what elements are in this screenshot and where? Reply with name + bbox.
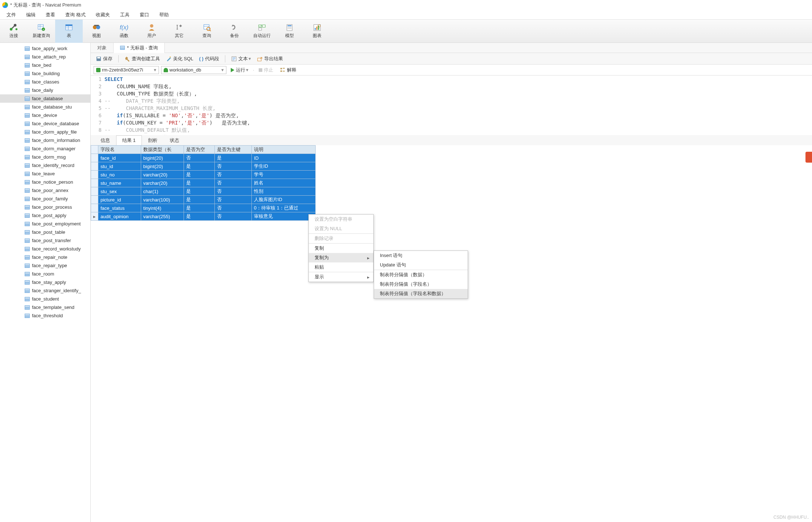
menu-item[interactable]: 工具 bbox=[115, 11, 135, 19]
sidebar-item[interactable]: face_attach_rep bbox=[0, 53, 90, 61]
sidebar-item[interactable]: face_repair_note bbox=[0, 253, 90, 261]
table-row[interactable]: stu_sexchar(1)是否性别 bbox=[91, 187, 316, 196]
builder-button[interactable]: 查询创建工具 bbox=[122, 55, 162, 63]
menu-set-blank[interactable]: 设置为空白字符串 bbox=[309, 215, 373, 224]
sidebar-item[interactable]: face_device_database bbox=[0, 119, 90, 128]
sidebar-item[interactable]: face_poor_annex bbox=[0, 186, 90, 195]
sidebar-item[interactable]: face_student bbox=[0, 295, 90, 303]
toolbar-query[interactable]: 查询 bbox=[193, 20, 221, 43]
column-header[interactable]: 数据类型（长 bbox=[141, 146, 184, 154]
sidebar-item[interactable]: face_dorm_apply_file bbox=[0, 128, 90, 136]
sidebar-item[interactable]: face_repair_type bbox=[0, 261, 90, 270]
stop-button[interactable]: 停止 bbox=[257, 66, 275, 74]
tab-query[interactable]: * 无标题 - 查询 bbox=[114, 43, 165, 53]
toolbar-other[interactable]: 其它 bbox=[165, 20, 193, 43]
column-header[interactable]: 是否为主键 bbox=[215, 146, 252, 154]
column-header[interactable]: 字段名 bbox=[98, 146, 141, 154]
sidebar-item[interactable]: face_stay_apply bbox=[0, 278, 90, 286]
menu-set-null[interactable]: 设置为 NULL bbox=[309, 224, 373, 234]
sidebar-item[interactable]: face_notice_person bbox=[0, 178, 90, 186]
toolbar-connect[interactable]: 连接 bbox=[0, 20, 28, 43]
menu-item[interactable]: 帮助 bbox=[154, 11, 174, 19]
sidebar-item[interactable]: face_leave bbox=[0, 170, 90, 178]
export-button[interactable]: 导出结果 bbox=[255, 55, 285, 63]
table-row[interactable]: picture_idvarchar(100)是否人脸库图片ID bbox=[91, 196, 316, 204]
sidebar-item[interactable]: face_dorm_msg bbox=[0, 153, 90, 161]
table-row[interactable]: stu_namevarchar(20)是否姓名 bbox=[91, 179, 316, 187]
toolbar-user[interactable]: 用户 bbox=[138, 20, 165, 43]
explain-button[interactable]: 解释 bbox=[278, 66, 299, 74]
sidebar-item[interactable]: face_bed bbox=[0, 61, 90, 69]
sidebar-item[interactable]: face_dorm_manager bbox=[0, 144, 90, 153]
sidebar-item[interactable]: face_dorm_information bbox=[0, 136, 90, 144]
sidebar-item[interactable]: face_post_apply bbox=[0, 211, 90, 220]
save-button[interactable]: 保存 bbox=[94, 55, 115, 63]
snippet-button[interactable]: ( ) 代码段 bbox=[197, 55, 221, 63]
toolbar-view[interactable]: 视图 bbox=[83, 20, 110, 43]
context-menu[interactable]: 设置为空白字符串 设置为 NULL 删除记录 复制 复制为 ▸ 粘贴 显示 ▸ bbox=[308, 214, 374, 282]
submenu-update[interactable]: Update 语句 bbox=[374, 260, 468, 270]
toolbar-model[interactable]: 模型 bbox=[276, 20, 303, 43]
sidebar-item[interactable]: face_daily bbox=[0, 86, 90, 94]
table-row[interactable]: ▸audit_opinionvarchar(255)是否审核意见 bbox=[91, 212, 316, 221]
menu-item[interactable]: 文件 bbox=[1, 11, 21, 19]
sidebar-item[interactable]: face_post_table bbox=[0, 228, 90, 236]
submenu-tab-both[interactable]: 制表符分隔值（字段名和数据） bbox=[374, 289, 468, 298]
submenu-tab-field[interactable]: 制表符分隔值（字段名） bbox=[374, 280, 468, 289]
toolbar-func[interactable]: f(x)函数 bbox=[110, 20, 138, 43]
result-tab-info[interactable]: 信息 bbox=[94, 135, 116, 145]
run-button[interactable]: 运行 ▾ bbox=[229, 66, 251, 74]
sidebar-item[interactable]: face_poor_family bbox=[0, 195, 90, 203]
sidebar-item[interactable]: face_database bbox=[0, 94, 90, 103]
sidebar-item[interactable]: face_classes bbox=[0, 78, 90, 86]
sidebar-item[interactable]: face_room bbox=[0, 270, 90, 278]
result-tab-profile[interactable]: 剖析 bbox=[142, 135, 164, 145]
menu-copy[interactable]: 复制 bbox=[309, 244, 373, 253]
toolbar-table[interactable]: 表 bbox=[55, 20, 83, 43]
sidebar-item[interactable]: face_template_send bbox=[0, 303, 90, 311]
sidebar-item[interactable]: face_poor_process bbox=[0, 203, 90, 211]
sidebar-item[interactable]: face_post_employment bbox=[0, 220, 90, 228]
toolbar-backup[interactable]: 备份 bbox=[221, 20, 248, 43]
toolbar-chart[interactable]: 图表 bbox=[303, 20, 331, 43]
database-select[interactable]: workstation_db ▾ bbox=[161, 66, 226, 74]
menu-item[interactable]: 收藏夹 bbox=[91, 11, 115, 19]
result-tab-result[interactable]: 结果 1 bbox=[116, 135, 142, 145]
sidebar-item[interactable]: face_post_transfer bbox=[0, 236, 90, 245]
table-row[interactable]: stu_idbigint(20)是否学生ID bbox=[91, 162, 316, 171]
sidebar-item[interactable]: face_device bbox=[0, 111, 90, 119]
result-grid[interactable]: 字段名数据类型（长是否为空是否为主键说明face_idbigint(20)否是I… bbox=[91, 145, 812, 522]
menu-delete[interactable]: 删除记录 bbox=[309, 234, 373, 244]
menu-item[interactable]: 查看 bbox=[41, 11, 60, 19]
sidebar-item[interactable]: face_record_workstudy bbox=[0, 245, 90, 253]
sql-editor[interactable]: 123456789 SELECT COLUMN_NAME 字段名, COLUMN… bbox=[91, 76, 812, 135]
menu-show[interactable]: 显示 ▸ bbox=[309, 272, 373, 282]
sidebar-item[interactable]: face_apply_work bbox=[0, 44, 90, 53]
table-row[interactable]: face_idbigint(20)否是ID bbox=[91, 154, 316, 162]
menu-item[interactable]: 查询 格式 bbox=[60, 11, 91, 19]
sidebar-item[interactable]: face_identify_record bbox=[0, 161, 90, 170]
table-row[interactable]: stu_novarchar(20)是否学号 bbox=[91, 171, 316, 179]
toolbar-newquery[interactable]: +新建查询 bbox=[28, 20, 55, 43]
menu-copy-as[interactable]: 复制为 ▸ bbox=[309, 253, 373, 262]
submenu-insert[interactable]: Insert 语句 bbox=[374, 251, 468, 260]
sidebar-item[interactable]: face_database_stu bbox=[0, 103, 90, 111]
sidebar-item[interactable]: face_stranger_identify_ bbox=[0, 286, 90, 295]
result-tab-status[interactable]: 状态 bbox=[164, 135, 185, 145]
table-row[interactable]: face_statustinyint(4)是否0：待审核 1：已通过 bbox=[91, 204, 316, 212]
menu-item[interactable]: 编辑 bbox=[21, 11, 41, 19]
column-header[interactable]: 是否为空 bbox=[184, 146, 215, 154]
toolbar-auto[interactable]: 自动运行 bbox=[248, 20, 276, 43]
tab-objects[interactable]: 对象 bbox=[91, 43, 114, 53]
beautify-button[interactable]: 美化 SQL bbox=[164, 55, 196, 63]
menu-item[interactable]: 窗口 bbox=[135, 11, 154, 19]
text-button[interactable]: 文本 ▾ bbox=[229, 55, 253, 63]
context-submenu[interactable]: Insert 语句 Update 语句 制表符分隔值（数据） 制表符分隔值（字段… bbox=[374, 250, 468, 299]
sidebar-item[interactable]: face_threshold bbox=[0, 311, 90, 320]
menu-paste[interactable]: 粘贴 bbox=[309, 262, 373, 272]
sidebar-item[interactable]: face_building bbox=[0, 69, 90, 78]
sidebar[interactable]: face_apply_workface_attach_repface_bedfa… bbox=[0, 43, 91, 522]
column-header[interactable]: 说明 bbox=[251, 146, 315, 154]
submenu-tab-data[interactable]: 制表符分隔值（数据） bbox=[374, 270, 468, 280]
connection-select[interactable]: rm-2zetn83n05wz7i ▾ bbox=[94, 66, 159, 74]
